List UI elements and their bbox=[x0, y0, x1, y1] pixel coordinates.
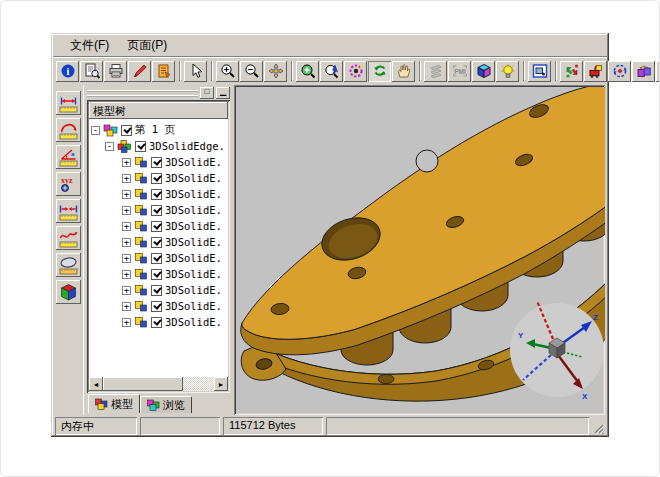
visibility-checkbox[interactable] bbox=[151, 269, 162, 280]
tree-row-assembly[interactable]: - 3DSolidEdge. bbox=[89, 138, 228, 154]
bom-button[interactable]: BOM bbox=[656, 61, 660, 82]
collapse-icon[interactable]: - bbox=[91, 126, 100, 135]
tab-label: 浏览 bbox=[163, 398, 185, 413]
part-node-icon bbox=[134, 268, 148, 280]
tab-browse[interactable]: 浏览 bbox=[140, 396, 192, 413]
svg-text:xyz: xyz bbox=[61, 176, 73, 185]
zoom-out-button[interactable] bbox=[240, 61, 263, 82]
dock-maximize-button[interactable]: □ bbox=[200, 87, 214, 99]
shading-button[interactable] bbox=[472, 61, 495, 82]
orbit-button[interactable] bbox=[344, 61, 367, 82]
scrollbar-track[interactable] bbox=[103, 377, 214, 391]
expand-icon[interactable]: + bbox=[122, 222, 131, 231]
tree-row-part[interactable]: +3DSolidE. bbox=[89, 298, 228, 314]
horizontal-scrollbar[interactable]: ◄ ► bbox=[89, 377, 228, 391]
dock-grip[interactable]: □ ▁ bbox=[87, 87, 230, 98]
measure-min-distance-button[interactable] bbox=[56, 199, 81, 223]
expand-icon[interactable]: + bbox=[122, 206, 131, 215]
expand-icon[interactable]: + bbox=[122, 174, 131, 183]
visibility-checkbox[interactable] bbox=[151, 189, 162, 200]
tree-row-page[interactable]: - 第 1 页 bbox=[89, 122, 228, 138]
expand-icon[interactable]: + bbox=[122, 238, 131, 247]
visibility-checkbox[interactable] bbox=[151, 173, 162, 184]
pmi-button[interactable]: PMI bbox=[448, 61, 471, 82]
markup-pen-button[interactable] bbox=[128, 61, 151, 82]
zoom-window-button[interactable] bbox=[296, 61, 319, 82]
expand-icon[interactable]: + bbox=[122, 318, 131, 327]
expand-icon[interactable]: + bbox=[122, 286, 131, 295]
collapse-icon[interactable]: - bbox=[105, 142, 114, 151]
measure-distance-button[interactable] bbox=[56, 91, 81, 115]
measure-curve-button[interactable] bbox=[56, 226, 81, 250]
expand-icon[interactable]: + bbox=[122, 190, 131, 199]
tree-row-part[interactable]: +3DSolidE. bbox=[89, 250, 228, 266]
print-button[interactable] bbox=[104, 61, 127, 82]
expand-icon[interactable]: + bbox=[122, 158, 131, 167]
pan-button[interactable] bbox=[264, 61, 287, 82]
light-button[interactable] bbox=[496, 61, 519, 82]
scrollbar-thumb[interactable] bbox=[103, 377, 183, 391]
print-preview-button[interactable] bbox=[80, 61, 103, 82]
visibility-checkbox[interactable] bbox=[151, 301, 162, 312]
tree-row-part[interactable]: +3DSolidE. bbox=[89, 282, 228, 298]
select-button[interactable] bbox=[184, 61, 207, 82]
tree-row-part[interactable]: +3DSolidE. bbox=[89, 266, 228, 282]
tree-row-part[interactable]: +3DSolidE. bbox=[89, 234, 228, 250]
parts-stack-button[interactable] bbox=[632, 61, 655, 82]
dock-minimize-button[interactable]: ▁ bbox=[216, 87, 230, 99]
visibility-checkbox[interactable] bbox=[151, 221, 162, 232]
zoom-in-button[interactable] bbox=[216, 61, 239, 82]
tree-row-part[interactable]: +3DSolidE. bbox=[89, 186, 228, 202]
export-button[interactable] bbox=[152, 61, 175, 82]
tree-row-part[interactable]: +3DSolidE. bbox=[89, 154, 228, 170]
measure-arc-button[interactable] bbox=[56, 118, 81, 142]
machine-button[interactable] bbox=[584, 61, 607, 82]
sync-cycle-button[interactable] bbox=[608, 61, 631, 82]
model-notch bbox=[416, 150, 438, 172]
zoom-select-button[interactable] bbox=[320, 61, 343, 82]
toolbar-separator bbox=[419, 61, 421, 81]
visibility-checkbox[interactable] bbox=[151, 317, 162, 328]
viewport-canvas[interactable]: Z X Y bbox=[234, 85, 605, 415]
tab-model[interactable]: 模型 bbox=[88, 394, 140, 413]
hand-pan-button[interactable] bbox=[392, 61, 415, 82]
info-icon: i bbox=[60, 63, 76, 79]
info-button[interactable]: i bbox=[56, 61, 79, 82]
resize-grip-icon[interactable] bbox=[592, 417, 605, 435]
tree-label: 3DSolidE. bbox=[165, 236, 222, 248]
update-button[interactable] bbox=[560, 61, 583, 82]
scroll-left-icon[interactable]: ◄ bbox=[89, 377, 103, 391]
tree-title: 模型树 bbox=[89, 102, 228, 119]
visibility-checkbox[interactable] bbox=[151, 205, 162, 216]
tree-label: 第 1 页 bbox=[135, 123, 175, 137]
visibility-checkbox[interactable] bbox=[151, 253, 162, 264]
visibility-checkbox[interactable] bbox=[151, 157, 162, 168]
scroll-right-icon[interactable]: ► bbox=[214, 377, 228, 391]
measure-coordinate-button[interactable]: xyz bbox=[56, 172, 81, 196]
expand-icon[interactable]: + bbox=[122, 254, 131, 263]
expand-icon[interactable]: + bbox=[122, 270, 131, 279]
tree-row-part[interactable]: +3DSolidE. bbox=[89, 314, 228, 330]
menu-file[interactable]: 文件(F) bbox=[61, 35, 118, 56]
part-node-icon bbox=[134, 156, 148, 168]
viewport-settings-button[interactable] bbox=[528, 61, 551, 82]
menu-page[interactable]: 页面(P) bbox=[118, 35, 176, 56]
update-arrows-icon bbox=[564, 63, 580, 79]
measure-area-button[interactable] bbox=[56, 253, 81, 277]
visibility-checkbox[interactable] bbox=[135, 141, 146, 152]
measure-angle-icon: a bbox=[58, 147, 79, 168]
layers-button[interactable] bbox=[424, 61, 447, 82]
svg-text:PMI: PMI bbox=[454, 68, 466, 75]
toolbar-separator bbox=[291, 61, 293, 81]
expand-icon[interactable]: + bbox=[122, 302, 131, 311]
measure-angle-button[interactable]: a bbox=[56, 145, 81, 169]
visibility-checkbox[interactable] bbox=[151, 237, 162, 248]
tree-row-part[interactable]: +3DSolidE. bbox=[89, 202, 228, 218]
refresh-button[interactable] bbox=[368, 61, 391, 82]
tree-row-part[interactable]: +3DSolidE. bbox=[89, 218, 228, 234]
visibility-checkbox[interactable] bbox=[121, 125, 132, 136]
measure-volume-button[interactable] bbox=[56, 280, 81, 304]
main-area: a xyz □ ▁ 模型树 - 第 1 页 bbox=[53, 85, 607, 415]
tree-row-part[interactable]: +3DSolidE. bbox=[89, 170, 228, 186]
visibility-checkbox[interactable] bbox=[151, 285, 162, 296]
